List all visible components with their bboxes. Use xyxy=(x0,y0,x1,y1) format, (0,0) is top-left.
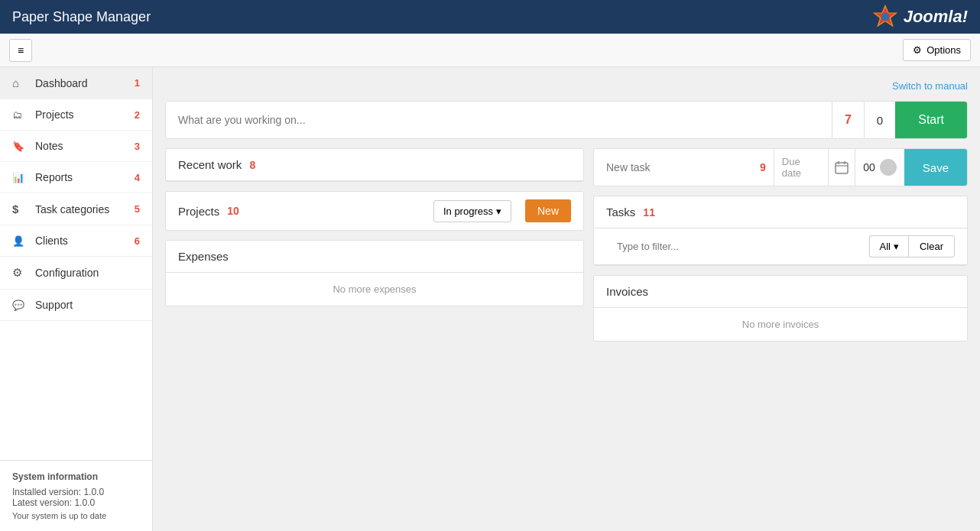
options-button[interactable]: ⚙ Options xyxy=(903,39,971,61)
projects-card: Projects 10 In progress ▾ New xyxy=(165,191,584,231)
calendar-icon[interactable] xyxy=(828,149,855,186)
projects-card-header: Projects 10 In progress ▾ New xyxy=(166,192,583,230)
recent-work-label: Recent work xyxy=(178,158,242,171)
sidebar-item-task-categories[interactable]: $ Task categories 5 xyxy=(0,193,152,225)
sidebar-item-label: Projects xyxy=(35,108,135,121)
home-icon: ⌂ xyxy=(12,76,28,89)
tasks-all-dropdown[interactable]: All ▾ xyxy=(869,235,907,257)
timer-count-value: 0 xyxy=(864,102,895,138)
timer-badge: 7 xyxy=(832,102,864,138)
tasks-header: Tasks 11 xyxy=(594,196,967,228)
new-task-bar: 9 Due date 00 Save xyxy=(593,148,968,186)
dollar-icon: $ xyxy=(12,202,28,215)
projects-card-badge: 10 xyxy=(227,205,239,217)
svg-rect-3 xyxy=(836,163,848,173)
in-progress-button[interactable]: In progress ▾ xyxy=(433,200,511,222)
gear-icon: ⚙ xyxy=(913,44,922,56)
switch-to-manual-row: Switch to manual xyxy=(165,79,968,92)
cog-icon: ⚙ xyxy=(12,266,28,280)
recent-work-badge: 8 xyxy=(249,159,255,171)
projects-card-label: Projects xyxy=(178,205,219,218)
all-label: All xyxy=(879,241,890,252)
invoices-header: Invoices xyxy=(594,276,967,308)
sidebar-item-label: Reports xyxy=(35,171,135,183)
task-filter-input[interactable] xyxy=(606,235,869,258)
main-content: Switch to manual 7 0 Start Recent work 8 xyxy=(153,67,980,531)
chat-icon: 💬 xyxy=(12,299,28,311)
recent-work-header: Recent work 8 xyxy=(166,149,583,181)
expenses-card: Expenses No more expenses xyxy=(165,240,584,306)
tasks-badge: 11 xyxy=(643,206,655,219)
sidebar-item-projects[interactable]: 🗂 Projects 2 xyxy=(0,99,152,131)
right-column: 9 Due date 00 Save xyxy=(593,148,968,519)
timer-input[interactable] xyxy=(166,102,832,138)
invoices-card: Invoices No more invoices xyxy=(593,275,968,342)
expenses-empty: No more expenses xyxy=(166,273,583,306)
tasks-label: Tasks xyxy=(606,206,635,219)
expenses-header: Expenses xyxy=(166,241,583,273)
menu-toggle-button[interactable]: ≡ xyxy=(9,39,32,62)
time-value: 00 xyxy=(863,161,875,173)
start-button[interactable]: Start xyxy=(895,102,967,138)
calendar-svg xyxy=(835,160,849,174)
expenses-label: Expenses xyxy=(178,250,229,263)
toolbar: ≡ ⚙ Options xyxy=(0,34,980,67)
svg-point-2 xyxy=(881,13,889,21)
sidebar-badge-task-categories: 5 xyxy=(135,203,140,215)
joomla-text: Joomla! xyxy=(904,7,968,27)
sidebar-badge-clients: 6 xyxy=(135,235,140,247)
save-task-button[interactable]: Save xyxy=(904,149,967,186)
app-title: Paper Shape Manager xyxy=(12,9,151,25)
dropdown-chevron-icon: ▾ xyxy=(894,241,899,252)
briefcase-icon: 🗂 xyxy=(12,109,28,121)
tasks-card: Tasks 11 All ▾ Clear xyxy=(593,196,968,266)
sidebar-item-configuration[interactable]: ⚙ Configuration xyxy=(0,257,152,290)
time-input-wrap: 00 xyxy=(855,149,904,186)
due-date-label: Due date xyxy=(774,149,828,186)
bookmark-icon: 🔖 xyxy=(12,141,28,152)
new-project-button[interactable]: New xyxy=(525,199,571,222)
tasks-clear-button[interactable]: Clear xyxy=(908,235,955,257)
sidebar-item-label: Task categories xyxy=(35,203,135,215)
sidebar-item-reports[interactable]: 📊 Reports 4 xyxy=(0,162,152,193)
invoices-empty: No more invoices xyxy=(594,308,967,341)
joomla-logo: Joomla! xyxy=(871,3,968,31)
latest-version: Latest version: 1.0.0 xyxy=(12,497,140,508)
bar-chart-icon: 📊 xyxy=(12,172,28,183)
system-status: Your system is up to date xyxy=(12,511,140,520)
sidebar-item-dashboard[interactable]: ⌂ Dashboard 1 xyxy=(0,67,152,99)
installed-version: Installed version: 1.0.0 xyxy=(12,487,140,497)
sidebar-item-label: Clients xyxy=(35,235,135,247)
recent-work-card: Recent work 8 xyxy=(165,148,584,182)
sidebar-item-notes[interactable]: 🔖 Notes 3 xyxy=(0,131,152,162)
new-task-badge: 9 xyxy=(752,149,774,186)
sidebar-item-support[interactable]: 💬 Support xyxy=(0,290,152,321)
time-toggle-button[interactable] xyxy=(880,159,897,176)
joomla-star-icon xyxy=(871,3,899,31)
sidebar-badge-notes: 3 xyxy=(135,141,140,152)
topbar: Paper Shape Manager Joomla! xyxy=(0,0,980,34)
two-col-layout: Recent work 8 Projects 10 In progress ▾ xyxy=(165,148,968,519)
sidebar-badge-projects: 2 xyxy=(135,109,140,121)
chevron-down-icon: ▾ xyxy=(496,206,501,217)
switch-to-manual-link[interactable]: Switch to manual xyxy=(892,80,968,92)
sidebar-badge-dashboard: 1 xyxy=(135,77,140,89)
left-column: Recent work 8 Projects 10 In progress ▾ xyxy=(165,148,584,519)
sidebar-item-label: Support xyxy=(35,299,140,311)
sidebar-item-clients[interactable]: 👤 Clients 6 xyxy=(0,225,152,257)
in-progress-label: In progress xyxy=(443,206,493,217)
sidebar-badge-reports: 4 xyxy=(135,172,140,183)
sidebar-item-label: Dashboard xyxy=(35,77,135,89)
tasks-filter-area: All ▾ Clear xyxy=(594,228,967,265)
timer-bar: 7 0 Start xyxy=(165,101,968,139)
system-info-title: System information xyxy=(12,471,140,482)
sidebar-nav: ⌂ Dashboard 1 🗂 Projects 2 🔖 Notes 3 📊 R… xyxy=(0,67,152,460)
system-info: System information Installed version: 1.… xyxy=(0,460,152,531)
sidebar-item-label: Notes xyxy=(35,140,135,152)
sidebar-item-label: Configuration xyxy=(35,267,140,279)
main-layout: ⌂ Dashboard 1 🗂 Projects 2 🔖 Notes 3 📊 R… xyxy=(0,67,980,531)
new-task-input[interactable] xyxy=(594,149,752,186)
person-icon: 👤 xyxy=(12,235,28,247)
invoices-label: Invoices xyxy=(606,285,648,298)
options-label: Options xyxy=(926,44,961,56)
